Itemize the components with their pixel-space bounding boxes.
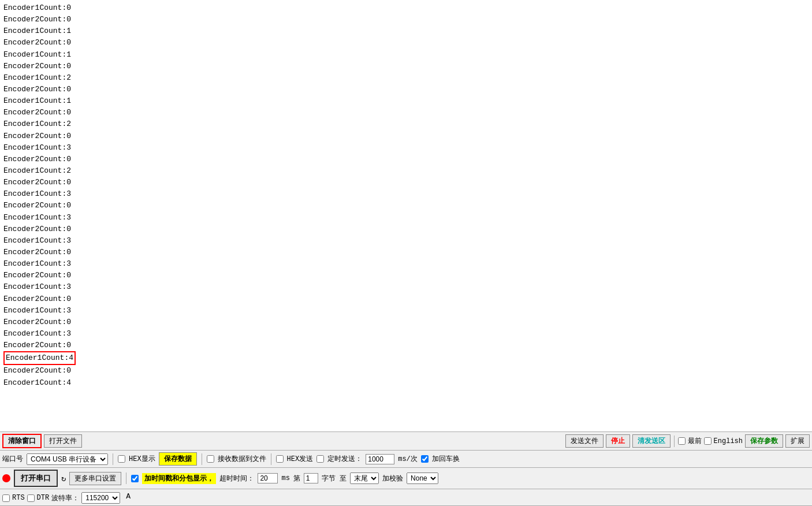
log-line: Encoder1Count:3 (3, 258, 809, 270)
log-line: Encoder1Count:4 (3, 377, 809, 389)
expand-button[interactable]: 扩展 (785, 434, 810, 448)
log-line: Encoder2Count:0 (3, 293, 809, 305)
timestamp-label: 加时间戳和分包显示， (142, 473, 216, 484)
stop-button[interactable]: 停止 (606, 434, 630, 448)
byte-label: 字节 至 (322, 474, 347, 483)
end-select[interactable]: 末尾 (350, 472, 379, 484)
log-line: Encoder2Count:0 (3, 317, 809, 328)
latest-label: 最前 (688, 436, 702, 446)
dtr-checkbox[interactable] (27, 494, 35, 502)
hex-send-label: HEX发送 (287, 454, 314, 464)
open-port-button[interactable]: 打开串口 (14, 470, 58, 487)
log-line: Encoder2Count:0 (3, 270, 809, 281)
toolbar-row: 清除窗口 打开文件 发送文件 停止 清发送区 最前 English 保存参数 扩… (0, 432, 812, 451)
log-line: Encoder1Count:3 (3, 235, 809, 247)
timestamp-checkbox[interactable] (131, 475, 139, 482)
send-row: RTS DTR 波特率： 115200 A (0, 489, 812, 506)
rts-checkbox[interactable] (2, 494, 10, 502)
clear-send-button[interactable]: 清发送区 (632, 434, 671, 448)
log-line: Encoder2Count:0 (3, 365, 809, 377)
baud-label: 波特率： (51, 493, 79, 503)
log-line: Encoder2Count:0 (3, 224, 809, 235)
log-line: Encoder2Count:0 (3, 61, 809, 72)
timed-value-input[interactable] (366, 454, 394, 464)
dtr-label: DTR (37, 494, 50, 502)
more-settings-button[interactable]: 更多串口设置 (69, 472, 121, 485)
send-area-value: A (126, 492, 131, 501)
log-line: Encoder1Count:2 (3, 165, 809, 177)
timed-send-checkbox[interactable] (316, 455, 324, 463)
checksum-select[interactable]: None (407, 472, 438, 484)
clear-window-button[interactable]: 清除窗口 (2, 434, 42, 448)
log-line: Encoder2Count:0 (3, 177, 809, 188)
bottom-bar: 清除窗口 打开文件 发送文件 停止 清发送区 最前 English 保存参数 扩… (0, 431, 812, 506)
log-line: Encoder2Count:0 (3, 247, 809, 258)
send-file-button[interactable]: 发送文件 (565, 434, 604, 448)
receive-to-file-label: 接收数据到文件 (218, 454, 266, 464)
latest-checkbox[interactable] (678, 437, 686, 445)
log-line: Encoder2Count:0 (3, 200, 809, 211)
checksum-label: 加校验 (382, 474, 403, 483)
log-line: Encoder1Count:3 (3, 188, 809, 200)
log-line: Encoder1Count:1 (3, 95, 809, 107)
log-line: Encoder2Count:0 (3, 84, 809, 95)
save-data-button[interactable]: 保存数据 (159, 452, 197, 466)
english-label: English (714, 437, 743, 445)
hex-display-checkbox[interactable] (118, 455, 125, 463)
rts-label: RTS (12, 494, 25, 502)
log-line: Encoder1Count:3 (3, 281, 809, 293)
log-line: Encoder1Count:1 (3, 25, 809, 37)
log-line: Encoder2Count:0 (3, 14, 809, 25)
open-file-button[interactable]: 打开文件 (44, 434, 82, 448)
english-checkbox[interactable] (704, 437, 712, 445)
hex-send-checkbox[interactable] (276, 455, 284, 463)
port-row: 端口号 COM4 USB 串行设备 HEX显示 保存数据 接收数据到文件 HEX… (0, 451, 812, 468)
log-line: Encoder1Count:2 (3, 72, 809, 84)
add-crlf-checkbox[interactable] (421, 455, 429, 463)
ms-per-label: ms/次 (398, 454, 418, 464)
log-line: Encoder1Count:3 (3, 305, 809, 317)
log-line: Encoder2Count:0 (3, 131, 809, 142)
log-display: Encoder1Count:0Encoder2Count:0Encoder1Co… (0, 0, 812, 431)
log-line: Encoder1Count:1 (3, 49, 809, 61)
refresh-icon[interactable]: ↻ (61, 474, 66, 483)
log-line: Encoder2Count:0 (3, 107, 809, 118)
log-line: Encoder1Count:3 (3, 142, 809, 154)
log-line: Encoder2Count:0 (3, 340, 809, 351)
log-line: Encoder1Count:4 (3, 351, 76, 365)
port-label: 端口号 (2, 454, 23, 464)
timed-send-label: 定时发送： (327, 454, 362, 464)
ms-unit-label: ms (281, 474, 289, 482)
log-line: Encoder1Count:0 (3, 2, 809, 14)
log-line: Encoder2Count:0 (3, 37, 809, 49)
add-crlf-label: 加回车换 (432, 454, 460, 464)
baud-select[interactable]: 115200 (81, 492, 120, 504)
timeout-label: 超时时间： (219, 474, 254, 483)
log-line: Encoder1Count:2 (3, 118, 809, 130)
connect-row: 打开串口 ↻ 更多串口设置 加时间戳和分包显示， 超时时间： ms 第 字节 至… (0, 468, 812, 489)
log-line: Encoder1Count:3 (3, 212, 809, 224)
save-params-button[interactable]: 保存参数 (745, 434, 783, 448)
nth-label: 第 (293, 474, 300, 483)
nth-input[interactable] (304, 473, 318, 483)
receive-to-file-checkbox[interactable] (207, 455, 214, 463)
hex-display-label: HEX显示 (129, 454, 155, 464)
log-line: Encoder1Count:3 (3, 328, 809, 340)
connection-status-icon (2, 474, 10, 482)
timeout-input[interactable] (258, 473, 278, 483)
port-select[interactable]: COM4 USB 串行设备 (27, 453, 108, 465)
status-text (803, 501, 810, 504)
log-line: Encoder2Count:0 (3, 154, 809, 165)
